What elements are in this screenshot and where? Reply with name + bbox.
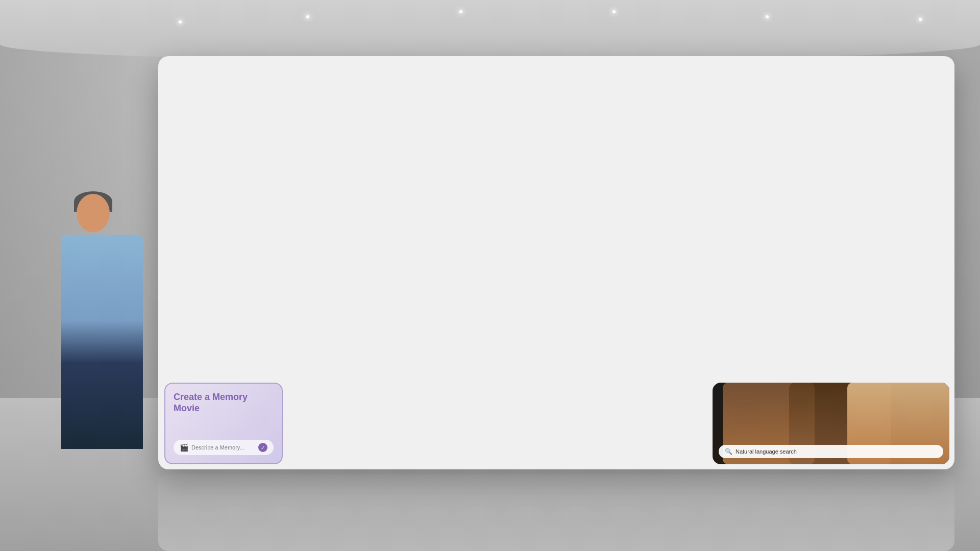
search-icon: 🔍 [725, 448, 732, 455]
presenter [51, 219, 153, 449]
memory-movie-title: Create a Memory Movie [174, 392, 274, 414]
memory-submit-btn[interactable]: ✓ [258, 443, 267, 452]
ceiling [0, 0, 980, 61]
ceiling-light-5 [179, 20, 182, 23]
ceiling-light-2 [459, 10, 462, 13]
reflection-effect [158, 474, 954, 546]
natural-search-bar[interactable]: 🔍 Natural language search [719, 445, 943, 458]
card-create-memory: Create a Memory Movie 🎬 Describe a Memor… [164, 383, 283, 464]
memory-input-bar[interactable]: 🎬 Describe a Memory... ✓ [174, 440, 274, 455]
ceiling-light-1 [306, 15, 309, 18]
ceiling-light-4 [766, 15, 769, 18]
card-natural-language: 🔍 Natural language search [713, 383, 949, 464]
memory-input-placeholder: Describe a Memory... [191, 444, 255, 450]
memory-siri-icon: 🎬 [180, 443, 188, 452]
person-head [77, 194, 110, 232]
person-body [61, 235, 143, 449]
ceiling-light-6 [919, 18, 922, 21]
ceiling-light-3 [612, 10, 616, 13]
natural-search-text: Natural language search [736, 448, 797, 455]
